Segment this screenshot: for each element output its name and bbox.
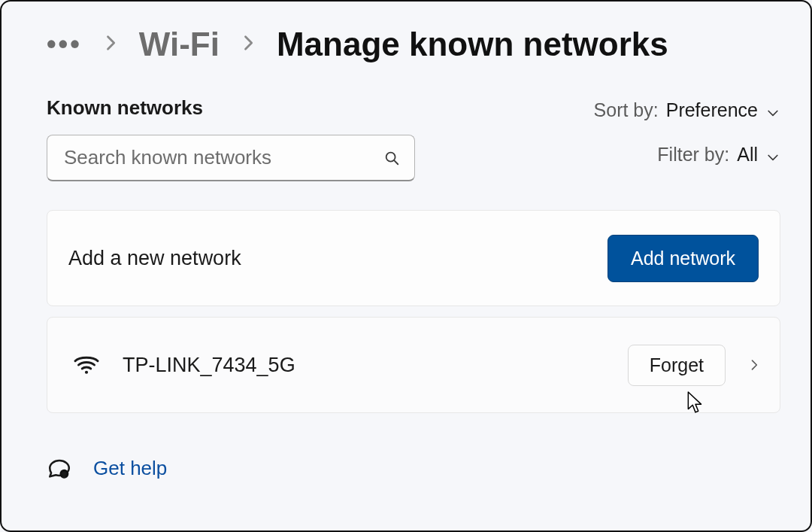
chevron-down-icon bbox=[765, 103, 780, 118]
page-title: Manage known networks bbox=[277, 26, 668, 63]
chevron-down-icon bbox=[765, 147, 780, 163]
settings-window: ••• Wi-Fi Manage known networks Known ne… bbox=[0, 0, 812, 532]
controls-row: Known networks Sort by: Preference Filte… bbox=[47, 96, 780, 181]
add-network-label: Add a new network bbox=[68, 247, 241, 270]
breadcrumb: ••• Wi-Fi Manage known networks bbox=[47, 26, 780, 63]
breadcrumb-more-icon[interactable]: ••• bbox=[47, 29, 82, 60]
search-wrap bbox=[47, 135, 415, 181]
sort-by-value: Preference bbox=[666, 99, 758, 121]
chevron-right-icon bbox=[100, 30, 121, 59]
network-name: TP-LINK_7434_5G bbox=[123, 354, 295, 377]
forget-button[interactable]: Forget bbox=[628, 345, 726, 386]
chevron-right-icon bbox=[238, 30, 259, 59]
network-row[interactable]: TP-LINK_7434_5G Forget bbox=[47, 317, 780, 413]
filter-by-value: All bbox=[737, 144, 758, 166]
sort-by-label: Sort by: bbox=[594, 99, 659, 121]
known-networks-label: Known networks bbox=[47, 96, 415, 120]
search-input[interactable] bbox=[47, 135, 415, 181]
filter-by-label: Filter by: bbox=[657, 144, 729, 166]
filter-by-dropdown[interactable]: Filter by: All bbox=[657, 144, 780, 166]
breadcrumb-wifi-link[interactable]: Wi-Fi bbox=[139, 26, 220, 63]
get-help-link[interactable]: ? Get help bbox=[47, 455, 780, 481]
get-help-label: Get help bbox=[93, 457, 167, 480]
add-network-button[interactable]: Add network bbox=[607, 235, 759, 282]
chevron-right-icon[interactable] bbox=[747, 357, 762, 372]
sort-by-dropdown[interactable]: Sort by: Preference bbox=[594, 99, 780, 121]
help-icon: ? bbox=[47, 455, 72, 481]
add-network-card: Add a new network Add network bbox=[47, 210, 780, 306]
wifi-icon bbox=[73, 351, 100, 378]
svg-text:?: ? bbox=[62, 471, 66, 479]
svg-point-2 bbox=[85, 371, 88, 374]
